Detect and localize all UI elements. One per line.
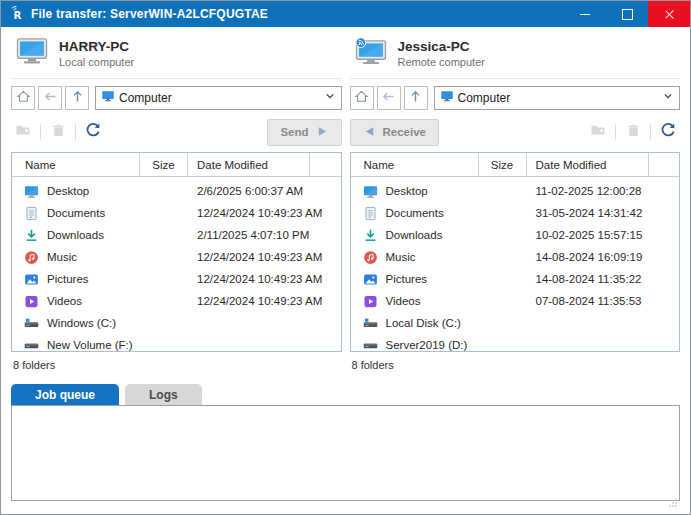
local-status-text: 8 folders [11,359,342,371]
file-row[interactable]: Music 12/24/2024 10:49:23 AM [12,246,341,268]
remote-new-folder-button[interactable] [586,120,610,144]
maximize-icon [622,9,633,20]
tab-job-queue[interactable]: Job queue [11,384,119,405]
local-address-bar: Computer [11,86,342,110]
file-date: 10-02-2025 15:57:15 [527,229,649,241]
home-icon [354,89,369,108]
column-header-name[interactable]: Name [12,153,140,176]
local-path-text: Computer [119,91,323,105]
remote-up-button[interactable] [404,86,428,110]
chevron-down-icon [661,89,675,107]
file-name: Pictures [386,273,428,285]
send-button-label: Send [280,126,308,138]
file-row[interactable]: Downloads 10-02-2025 15:57:15 [351,224,680,246]
pictures-icon [363,272,378,287]
file-date: 2/6/2025 6:00:37 AM [188,185,310,197]
local-panel: HARRY-PC Local computer [11,33,342,371]
file-row[interactable]: Videos 12/24/2024 10:49:23 AM [12,290,341,312]
close-button[interactable] [648,1,690,27]
trash-icon [626,123,641,142]
column-header-date-modified[interactable]: Date Modified [527,153,649,176]
column-header-size[interactable]: Size [140,153,188,176]
tab-logs[interactable]: Logs [125,384,202,405]
bottom-strip [11,501,680,514]
file-name: Music [386,251,416,263]
local-file-list: Name Size Date Modified [11,152,342,352]
file-row[interactable]: Videos 07-08-2024 11:35:53 [351,290,680,312]
up-arrow-icon [70,89,85,108]
file-row[interactable]: Server2019 (D:) [351,334,680,351]
receive-button-label: Receive [383,126,426,138]
local-computer-icon [15,37,49,70]
drive-windows-icon [363,316,378,331]
remote-path-combobox[interactable]: Computer [434,86,681,110]
file-row[interactable]: Desktop 11-02-2025 12:00:28 [351,180,680,202]
up-arrow-icon [408,89,423,108]
file-row[interactable]: Desktop 2/6/2025 6:00:37 AM [12,180,341,202]
file-row[interactable]: Windows (C:) [12,312,341,334]
minimize-icon [580,14,590,15]
file-name: Pictures [47,273,89,285]
file-date: 11-02-2025 12:00:28 [527,185,649,197]
file-name: Desktop [386,185,428,197]
documents-icon [363,206,378,221]
file-name: Windows (C:) [47,317,116,329]
videos-icon [363,294,378,309]
local-new-folder-button[interactable] [11,120,35,144]
file-row[interactable]: Music 14-08-2024 16:09:19 [351,246,680,268]
desktop-icon [363,184,378,199]
remote-delete-button[interactable] [621,120,645,144]
receive-button[interactable]: Receive [350,119,439,146]
minimize-button[interactable] [564,1,606,27]
computer-glyph-icon [440,89,454,107]
file-name: Documents [386,207,444,219]
computer-glyph-icon [101,89,115,107]
refresh-icon [660,122,676,142]
remote-list-header: Name Size Date Modified [351,153,680,177]
file-date: 12/24/2024 10:49:23 AM [188,251,310,263]
remote-path-text: Computer [458,91,662,105]
chevron-down-icon [323,89,337,107]
remote-file-list-body: Desktop 11-02-2025 12:00:28 Documents 31… [351,177,680,351]
drive-icon [24,338,39,352]
window-title: File transfer: ServerWIN-A2LCFQUGTAE [31,7,268,21]
local-delete-button[interactable] [46,120,70,144]
remote-toolbar: Receive [350,119,681,145]
bottom-tabs: Job queue Logs [11,384,680,405]
local-file-list-body: Desktop 2/6/2025 6:00:37 AM Documents 12… [12,177,341,351]
resize-grip-icon[interactable] [668,494,678,512]
column-header-extra [310,153,341,176]
maximize-button[interactable] [606,1,648,27]
local-computer-header: HARRY-PC Local computer [11,33,342,79]
file-date: 2/11/2025 4:07:10 PM [188,229,310,241]
local-path-combobox[interactable]: Computer [95,86,342,110]
file-row[interactable]: Downloads 2/11/2025 4:07:10 PM [12,224,341,246]
column-header-size[interactable]: Size [479,153,527,176]
file-row[interactable]: New Volume (F:) [12,334,341,351]
back-arrow-icon [381,89,396,108]
file-name: Desktop [47,185,89,197]
file-row[interactable]: Local Disk (C:) [351,312,680,334]
file-date: 14-08-2024 11:35:22 [527,273,649,285]
column-header-name[interactable]: Name [351,153,479,176]
file-transfer-window: R File transfer: ServerWIN-A2LCFQUGTAE [0,0,691,515]
home-button[interactable] [11,86,35,110]
new-folder-icon [15,122,31,142]
remote-home-button[interactable] [350,86,374,110]
back-arrow-icon [43,89,58,108]
local-refresh-button[interactable] [81,120,105,144]
file-row[interactable]: Pictures 14-08-2024 11:35:22 [351,268,680,290]
column-header-date-modified[interactable]: Date Modified [188,153,310,176]
remote-back-button[interactable] [377,86,401,110]
send-button[interactable]: Send [267,119,341,146]
drive-windows-icon [24,316,39,331]
downloads-icon [24,228,39,243]
up-button[interactable] [65,86,89,110]
remote-computer-type: Remote computer [398,56,485,68]
remote-refresh-button[interactable] [656,120,680,144]
back-button[interactable] [38,86,62,110]
trash-icon [51,123,66,142]
file-row[interactable]: Documents 12/24/2024 10:49:23 AM [12,202,341,224]
file-row[interactable]: Documents 31-05-2024 14:31:42 [351,202,680,224]
file-row[interactable]: Pictures 12/24/2024 10:49:23 AM [12,268,341,290]
